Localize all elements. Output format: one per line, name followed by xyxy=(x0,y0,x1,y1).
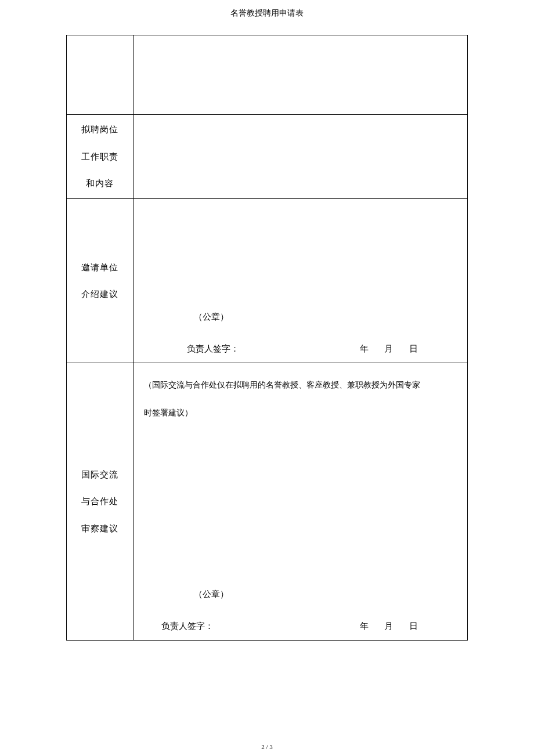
row2-label-line1: 拟聘岗位 xyxy=(67,116,133,143)
row3-signature-line: 负责人签字： 年 月 日 xyxy=(144,343,457,355)
row4-note-line1: （国际交流与合作处仅在拟聘用的名誉教授、客座教授、兼职教授为外国专家 xyxy=(144,371,457,399)
row3-content-cell: （公章） 负责人签字： 年 月 日 xyxy=(134,199,468,363)
application-form-table: 拟聘岗位 工作职责 和内容 邀请单位 介绍建议 （公章） 负责人签字： 年 月 … xyxy=(66,35,468,641)
row1-content-cell xyxy=(134,35,468,115)
row4-signature-block: （公章） 负责人签字： 年 月 日 xyxy=(144,589,457,632)
row3-signature-label: 负责人签字： xyxy=(187,343,239,355)
row2-content-cell xyxy=(134,115,468,199)
row4-seal-text: （公章） xyxy=(144,589,457,600)
row4-year-unit: 年 xyxy=(360,621,369,632)
row3-year-unit: 年 xyxy=(360,343,369,355)
page-number: 2 / 3 xyxy=(0,743,534,750)
row2-label-line2: 工作职责 xyxy=(67,143,133,171)
row4-content-cell: （国际交流与合作处仅在拟聘用的名誉教授、客座教授、兼职教授为外国专家 时签署建议… xyxy=(134,363,468,641)
row4-month-unit: 月 xyxy=(384,621,393,632)
row4-signature-label: 负责人签字： xyxy=(161,621,214,632)
row3-day-unit: 日 xyxy=(409,343,418,355)
row3-signature-block: （公章） 负责人签字： 年 月 日 xyxy=(144,312,457,355)
row3-label-line2: 介绍建议 xyxy=(67,281,133,308)
page-title: 名誉教授聘用申请表 xyxy=(0,0,534,35)
row4-label-cell: 国际交流 与合作处 审察建议 xyxy=(67,363,134,641)
row3-label-cell: 邀请单位 介绍建议 xyxy=(67,199,134,363)
row2-label-cell: 拟聘岗位 工作职责 和内容 xyxy=(67,115,134,199)
row4-note-line2: 时签署建议） xyxy=(144,399,457,427)
row4-label-line3: 审察建议 xyxy=(67,515,133,542)
row1-label-cell xyxy=(67,35,134,115)
row3-seal-text: （公章） xyxy=(144,312,457,323)
row4-label-line2: 与合作处 xyxy=(67,488,133,515)
row4-day-unit: 日 xyxy=(409,621,418,632)
row3-month-unit: 月 xyxy=(384,343,393,355)
row4-note: （国际交流与合作处仅在拟聘用的名誉教授、客座教授、兼职教授为外国专家 时签署建议… xyxy=(144,371,457,426)
row4-label-line1: 国际交流 xyxy=(67,461,133,489)
row3-label-line1: 邀请单位 xyxy=(67,254,133,281)
row2-label-line3: 和内容 xyxy=(67,170,133,197)
row4-signature-line: 负责人签字： 年 月 日 xyxy=(144,621,457,632)
